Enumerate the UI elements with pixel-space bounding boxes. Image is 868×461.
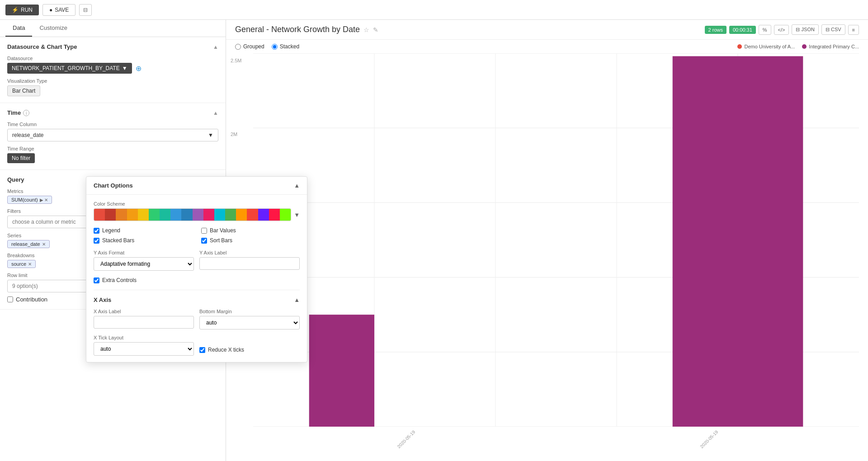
y-axis-label-input[interactable] xyxy=(199,257,300,270)
y-axis-format-label: Y Axis Format xyxy=(94,250,194,255)
sort-bars-checkbox[interactable] xyxy=(201,238,207,244)
grouped-radio[interactable] xyxy=(235,44,241,50)
legend-dot-0 xyxy=(737,44,742,49)
swatch-5 xyxy=(149,209,160,221)
stacked-label: Stacked xyxy=(280,43,299,50)
breakdowns-tag-remove-icon[interactable]: ✕ xyxy=(28,262,32,267)
json-icon: ⊟ xyxy=(796,27,800,32)
legend-label-1: Integrated Primary C... xyxy=(809,44,859,49)
breakdowns-tag-label: source xyxy=(11,261,26,267)
stacked-radio[interactable] xyxy=(272,44,278,50)
star-icon[interactable]: ☆ xyxy=(363,26,369,33)
top-toolbar: ⚡ RUN ● SAVE ⊟ xyxy=(0,0,868,20)
bar-values-checkbox-row[interactable]: Bar Values xyxy=(201,227,300,234)
x-tick-layout-label: X Tick Layout xyxy=(94,335,194,340)
time-column-select[interactable]: release_date ▼ xyxy=(7,129,218,141)
x-axis-collapse-icon[interactable]: ▲ xyxy=(294,296,300,303)
y-axis-row: Y Axis Format Adaptative formating Y Axi… xyxy=(94,250,300,271)
datasource-label: Datasource xyxy=(7,56,218,61)
time-column-dropdown-icon: ▼ xyxy=(208,132,213,138)
datasource-value: NETWORK_PATIENT_GROWTH_BY_DATE xyxy=(12,65,120,71)
legend-item-0: Demo University of A... xyxy=(737,44,795,49)
series-tag-remove-icon[interactable]: ✕ xyxy=(42,242,46,247)
reduce-x-ticks-checkbox[interactable] xyxy=(199,347,205,353)
time-badge: 00:00:31 xyxy=(729,26,756,34)
bar-values-checkbox[interactable] xyxy=(201,228,207,234)
legend-checkbox[interactable] xyxy=(94,228,99,234)
panel-tabs: Data Customize xyxy=(0,20,226,37)
swatch-9 xyxy=(193,209,203,221)
edit-icon[interactable]: ✎ xyxy=(373,26,378,33)
extra-controls-label: Extra Controls xyxy=(102,277,137,283)
swatch-11 xyxy=(214,209,225,221)
x-label-1: 2020-05-19 xyxy=(699,429,719,449)
more-button[interactable]: ⊟ xyxy=(79,4,92,16)
bar-1 xyxy=(673,56,803,427)
x-axis-label-input[interactable] xyxy=(94,316,194,329)
chart-svg xyxy=(253,53,859,427)
stacked-radio-option[interactable]: Stacked xyxy=(272,43,299,50)
more-options-button[interactable]: ≡ xyxy=(848,25,859,35)
json-button[interactable]: ⊟ JSON xyxy=(792,24,818,35)
y-axis-format-select[interactable]: Adaptative formating xyxy=(94,257,194,271)
grouped-radio-option[interactable]: Grouped xyxy=(235,43,264,50)
bottom-margin-select[interactable]: auto xyxy=(199,316,300,329)
run-button[interactable]: ⚡ RUN xyxy=(5,5,39,15)
csv-label: CSV xyxy=(831,27,841,32)
swatch-13 xyxy=(236,209,247,221)
add-datasource-icon[interactable]: ⊕ xyxy=(136,64,142,73)
x-axis-label-label: X Axis Label xyxy=(94,309,194,314)
x-axis-section: X Axis ▲ X Axis Label Bottom Margin auto xyxy=(94,290,300,356)
chart-options-collapse-icon[interactable]: ▲ xyxy=(294,182,300,189)
save-button[interactable]: ● SAVE xyxy=(42,4,75,16)
swatch-3 xyxy=(127,209,138,221)
chart-options-header: Chart Options ▲ xyxy=(86,177,307,195)
save-label: SAVE xyxy=(55,7,69,13)
color-scheme-dropdown-icon: ▼ xyxy=(294,212,300,218)
link-button[interactable]: % xyxy=(759,25,771,35)
datasource-chevron-icon: ▲ xyxy=(213,44,218,50)
swatch-7 xyxy=(170,209,181,221)
chart-controls: Grouped Stacked Demo University of A... … xyxy=(226,40,868,53)
time-range-label: Time Range xyxy=(7,146,218,151)
viz-type-badge[interactable]: Bar Chart xyxy=(7,85,40,96)
color-scheme-label: Color Scheme xyxy=(94,201,300,207)
metrics-tag-remove-icon[interactable]: ▶ ✕ xyxy=(40,198,48,202)
swatch-0 xyxy=(94,209,105,221)
contribution-checkbox[interactable] xyxy=(7,296,13,302)
legend-dot-1 xyxy=(802,44,807,49)
extra-controls-checkbox[interactable] xyxy=(94,278,99,283)
stacked-bars-checkbox-row[interactable]: Stacked Bars xyxy=(94,237,192,244)
time-range-badge[interactable]: No filter xyxy=(7,153,35,163)
sort-bars-checkbox-row[interactable]: Sort Bars xyxy=(201,237,300,244)
metrics-tag[interactable]: SUM(count) ▶ ✕ xyxy=(7,196,52,204)
color-swatches xyxy=(94,208,291,221)
datasource-select[interactable]: NETWORK_PATIENT_GROWTH_BY_DATE ▼ xyxy=(7,63,132,74)
tab-data[interactable]: Data xyxy=(5,20,32,37)
chart-header: General - Network Growth by Date ☆ ✎ 2 r… xyxy=(226,20,868,40)
contribution-label: Contribution xyxy=(16,296,47,303)
sort-bars-label: Sort Bars xyxy=(210,237,232,244)
x-axis-labels: 2020-05-19 2020-05-19 xyxy=(253,434,859,442)
code-button[interactable]: </> xyxy=(774,25,789,35)
chart-toolbar: 2 rows 00:00:31 % </> ⊟ JSON ⊟ CSV ≡ xyxy=(705,24,859,35)
datasource-section-header[interactable]: Datasource & Chart Type ▲ xyxy=(7,43,218,50)
swatch-6 xyxy=(160,209,170,221)
breakdowns-tag[interactable]: source ✕ xyxy=(7,260,36,268)
time-chevron-icon: ▲ xyxy=(213,110,218,116)
tab-customize[interactable]: Customize xyxy=(32,20,74,37)
swatch-1 xyxy=(105,209,116,221)
time-section-header[interactable]: Time i ▲ xyxy=(7,109,218,116)
reduce-x-ticks-label: Reduce X ticks xyxy=(208,347,244,353)
reduce-x-ticks-checkbox-row[interactable]: Reduce X ticks xyxy=(199,347,244,353)
chart-options-body: Color Scheme xyxy=(86,195,307,362)
y-axis-label-label: Y Axis Label xyxy=(199,250,300,255)
right-panel: General - Network Growth by Date ☆ ✎ 2 r… xyxy=(226,20,868,461)
stacked-bars-checkbox[interactable] xyxy=(94,238,99,244)
legend-checkbox-row[interactable]: Legend xyxy=(94,227,192,234)
extra-controls-checkbox-row[interactable]: Extra Controls xyxy=(94,277,300,283)
series-tag[interactable]: release_date ✕ xyxy=(7,240,50,248)
csv-button[interactable]: ⊟ CSV xyxy=(821,24,845,35)
x-tick-layout-select[interactable]: auto xyxy=(94,342,194,356)
grouped-label: Grouped xyxy=(243,43,264,50)
